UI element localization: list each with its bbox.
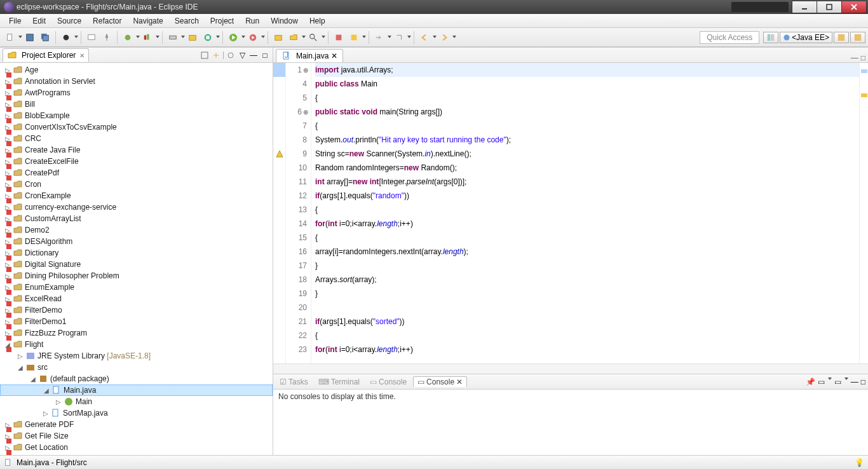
save-icon[interactable] xyxy=(24,31,36,44)
warning-marker-icon[interactable] xyxy=(273,147,285,161)
next-annotation-icon[interactable] xyxy=(393,31,405,44)
toggle-breakpoint-icon[interactable] xyxy=(348,31,360,44)
switch-editor-icon[interactable] xyxy=(60,31,72,44)
project-item[interactable]: ▷Create Java File xyxy=(0,144,273,156)
open-perspective-button[interactable] xyxy=(763,32,778,43)
project-item[interactable]: ▷Cron xyxy=(0,179,273,190)
expand-icon[interactable]: ◢ xyxy=(41,387,51,394)
menu-help[interactable]: Help xyxy=(304,15,330,27)
pin-console-icon[interactable]: 📌 xyxy=(806,377,815,386)
close-button[interactable] xyxy=(841,1,867,13)
other-perspective2-button[interactable] xyxy=(850,32,865,43)
code-content[interactable]: import java.util.Arrays; public class Ma… xyxy=(311,63,859,364)
minimize-panel-icon[interactable]: — xyxy=(851,377,858,386)
close-icon[interactable]: ✕ xyxy=(331,51,337,60)
expand-icon[interactable]: ▷ xyxy=(41,410,51,417)
project-item[interactable]: ▷ExcelRead xyxy=(0,293,273,304)
close-icon[interactable]: ✕ xyxy=(79,52,85,59)
minimize-editor-icon[interactable]: — xyxy=(851,53,858,62)
project-item[interactable]: ▷Get Location xyxy=(0,442,273,453)
stop-icon[interactable] xyxy=(332,31,345,44)
project-item[interactable]: ▷FilterDemo1 xyxy=(0,316,273,327)
maximize-view-icon[interactable]: □ xyxy=(260,50,270,60)
project-item[interactable]: ▷Annotation in Servlet xyxy=(0,76,273,87)
project-item[interactable]: ▷Demo2 xyxy=(0,224,273,236)
class-item-main[interactable]: ▷Main xyxy=(0,396,273,407)
project-item-flight[interactable]: ◢Flight xyxy=(0,339,273,350)
expand-icon[interactable]: ◢ xyxy=(15,364,25,371)
menu-edit[interactable]: Edit xyxy=(27,15,51,27)
menu-search[interactable]: Search xyxy=(170,15,204,27)
terminal-tab[interactable]: ⌨Terminal xyxy=(315,377,363,387)
open-folder-icon[interactable] xyxy=(287,31,300,44)
maximize-panel-icon[interactable]: □ xyxy=(861,377,865,386)
build-icon[interactable] xyxy=(201,31,214,44)
project-item[interactable]: ▷EnumExample xyxy=(0,282,273,293)
project-item[interactable]: ▷ConvertXlsxToCsvExample xyxy=(0,121,273,133)
maximize-editor-icon[interactable]: □ xyxy=(861,53,865,62)
forward-icon[interactable] xyxy=(438,31,451,44)
project-item[interactable]: ▷CreateExcelFile xyxy=(0,156,273,167)
project-item[interactable]: ▷Digital Signature xyxy=(0,259,273,270)
new-icon[interactable] xyxy=(4,31,17,44)
project-item[interactable]: ▷DESAlgorithm xyxy=(0,236,273,247)
menu-window[interactable]: Window xyxy=(266,15,303,27)
run-last-icon[interactable] xyxy=(247,31,259,44)
project-item[interactable]: ▷Get File Size xyxy=(0,430,273,442)
project-item[interactable]: ▷Generate PDF xyxy=(0,419,273,430)
console-tab-1[interactable]: ▭Console xyxy=(366,377,410,387)
menu-project[interactable]: Project xyxy=(205,15,239,27)
collapse-all-icon[interactable] xyxy=(200,50,210,60)
display-console-icon[interactable]: ▭ xyxy=(818,377,825,386)
minimize-view-icon[interactable]: — xyxy=(248,50,259,60)
other-perspective-button[interactable] xyxy=(834,32,849,43)
project-item[interactable]: ▷Dictionary xyxy=(0,247,273,259)
project-item[interactable]: ▷BlobExample xyxy=(0,110,273,121)
editor-horizontal-scrollbar[interactable] xyxy=(273,364,868,374)
code-editor[interactable]: 14567891011121314151617181920212223 impo… xyxy=(273,63,868,364)
menu-file[interactable]: File xyxy=(4,15,26,27)
search-icon[interactable] xyxy=(307,31,320,44)
coverage-icon[interactable] xyxy=(141,31,154,44)
java-file-item-main[interactable]: ◢Main.java xyxy=(0,384,273,396)
project-item[interactable]: ▷CRC xyxy=(0,133,273,144)
open-console-icon[interactable]: ▭ xyxy=(834,377,841,386)
jre-library-item[interactable]: ▷JRE System Library [JavaSE-1.8] xyxy=(0,350,273,362)
project-item[interactable]: ▷CreatePdf xyxy=(0,167,273,179)
overview-ruler[interactable] xyxy=(859,63,868,364)
project-item[interactable]: ▷CustomArrayList xyxy=(0,213,273,224)
focus-icon[interactable] xyxy=(226,50,236,60)
project-item[interactable]: ▷Bill xyxy=(0,99,273,110)
debug-icon[interactable] xyxy=(121,31,134,44)
pin-icon[interactable] xyxy=(100,31,113,44)
menu-navigate[interactable]: Navigate xyxy=(128,15,168,27)
expand-icon[interactable]: ▷ xyxy=(53,398,64,405)
tip-icon[interactable]: 💡 xyxy=(855,458,864,467)
open-type-icon[interactable] xyxy=(272,31,285,44)
expand-icon[interactable]: ▷ xyxy=(15,353,25,360)
new-project-icon[interactable] xyxy=(186,31,199,44)
step-icon[interactable] xyxy=(373,31,386,44)
project-item[interactable]: ▷Age xyxy=(0,64,273,76)
javaee-perspective-button[interactable]: <Java EE> xyxy=(780,32,832,43)
menu-source[interactable]: Source xyxy=(52,15,86,27)
project-item[interactable]: ▷CronExample xyxy=(0,190,273,201)
maximize-button[interactable] xyxy=(817,1,842,13)
project-item[interactable]: ▷FizzBuzz Program xyxy=(0,327,273,339)
quick-access-input[interactable]: Quick Access xyxy=(700,31,759,44)
project-explorer-tab[interactable]: Project Explorer ✕ xyxy=(3,48,89,62)
menu-run[interactable]: Run xyxy=(240,15,264,27)
open-task-icon[interactable] xyxy=(85,31,98,44)
expand-icon[interactable]: ◢ xyxy=(28,376,38,383)
view-menu-icon[interactable]: ▽ xyxy=(237,50,247,60)
back-icon[interactable] xyxy=(418,31,431,44)
project-tree[interactable]: ▷Age▷Annotation in Servlet▷AwtPrograms▷B… xyxy=(0,63,273,455)
project-item[interactable]: ▷currency-exchange-service xyxy=(0,201,273,213)
link-editor-icon[interactable] xyxy=(211,50,221,60)
tasks-tab[interactable]: ☑Tasks xyxy=(276,377,312,387)
java-file-item-sortmap[interactable]: ▷SortMap.java xyxy=(0,407,273,419)
save-all-icon[interactable] xyxy=(39,31,51,44)
editor-tab-main-java[interactable]: J Main.java ✕ xyxy=(276,49,343,62)
src-folder-item[interactable]: ◢src xyxy=(0,362,273,373)
project-item[interactable]: ▷Dining Philosopher Problem xyxy=(0,270,273,282)
